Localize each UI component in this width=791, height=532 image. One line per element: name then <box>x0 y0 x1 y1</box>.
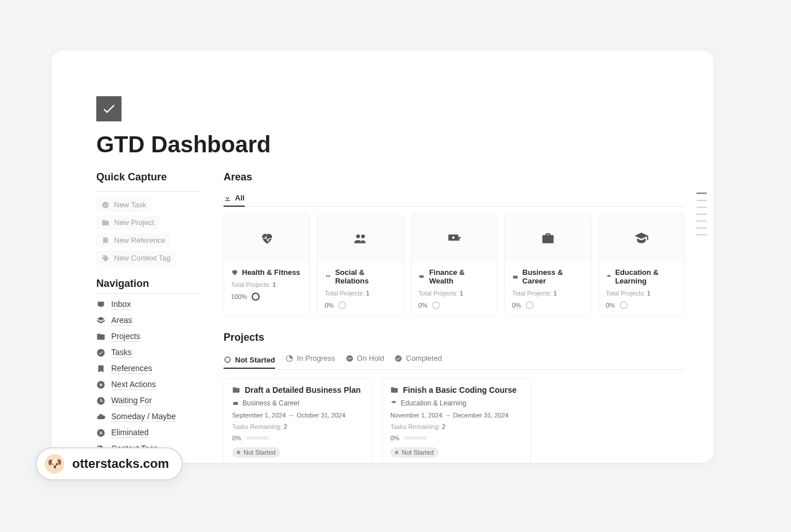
area-hero <box>412 214 497 262</box>
quick-capture-new-project[interactable]: New Project <box>96 215 159 230</box>
area-hero <box>224 214 310 262</box>
progress-bar <box>246 436 269 440</box>
page-title: GTD Dashboard <box>96 132 685 157</box>
nav-projects[interactable]: Projects <box>96 332 201 342</box>
page-minimap[interactable] <box>696 192 707 235</box>
quick-capture-title: Quick Capture <box>96 171 201 187</box>
tab-in-progress[interactable]: In Progress <box>285 352 335 365</box>
project-title: Finish a Basic Coding Course <box>390 385 522 395</box>
area-progress: 0% <box>512 301 584 309</box>
svg-rect-18 <box>233 402 238 405</box>
project-card[interactable]: Draft a Detailed Business Plan Business … <box>224 378 373 463</box>
cloud-icon <box>96 412 105 421</box>
check-circle-icon <box>96 348 105 357</box>
label: Next Actions <box>111 380 156 390</box>
quick-capture-new-context-tag[interactable]: New Context Tag <box>96 251 176 265</box>
label: New Task <box>114 200 146 209</box>
quick-capture-new-task[interactable]: New Task <box>96 198 151 212</box>
area-name: Health & Fitness <box>231 268 303 277</box>
areas-tabs: All <box>224 191 685 207</box>
area-name: Education & Learning <box>606 268 678 285</box>
area-hero <box>318 214 403 262</box>
area-progress: 100% <box>231 293 303 301</box>
briefcase-icon <box>541 231 555 246</box>
svg-point-0 <box>102 202 109 208</box>
progress-ring-icon <box>252 293 260 301</box>
navigation-title: Navigation <box>96 278 201 290</box>
nav-next-actions[interactable]: Next Actions <box>96 380 201 390</box>
project-card[interactable]: Finish a Basic Coding Course Education &… <box>382 378 531 463</box>
sidebar: Quick Capture New Task New Project <box>96 171 201 463</box>
label: New Reference <box>114 236 166 245</box>
x-circle-icon <box>96 428 105 438</box>
nav-someday-maybe[interactable]: Someday / Maybe <box>96 412 201 422</box>
download-icon <box>224 194 232 202</box>
area-hero <box>505 214 590 262</box>
nav-references[interactable]: References <box>96 364 201 374</box>
people-icon <box>324 273 331 281</box>
area-hero <box>599 214 684 262</box>
area-card-business-career[interactable]: Business & Career Total Projects: 1 0% <box>504 214 591 317</box>
project-title: Draft a Detailed Business Plan <box>232 385 364 395</box>
svg-point-5 <box>357 235 361 239</box>
divider <box>96 191 201 192</box>
nav-areas[interactable]: Areas <box>96 316 201 326</box>
nav-eliminated[interactable]: Eliminated <box>96 428 201 438</box>
brand-pill[interactable]: 🐶 otterstacks.com <box>36 447 183 480</box>
area-progress: 0% <box>606 301 678 309</box>
areas-title: Areas <box>224 171 685 187</box>
label: Waiting For <box>111 396 152 406</box>
folder-icon <box>96 332 105 341</box>
quick-capture-new-reference[interactable]: New Reference <box>96 233 171 247</box>
nav-inbox[interactable]: Inbox <box>96 300 201 310</box>
brand-avatar: 🐶 <box>45 454 64 474</box>
tab-completed[interactable]: Completed <box>394 352 442 365</box>
svg-rect-16 <box>348 358 351 358</box>
minus-circle-icon <box>346 354 354 362</box>
stack-icon <box>96 316 105 325</box>
tab-on-hold[interactable]: On Hold <box>346 352 385 365</box>
svg-point-10 <box>452 237 454 239</box>
graduation-cap-icon <box>634 231 649 246</box>
area-total-projects: Total Projects: 1 <box>324 290 396 297</box>
label: New Context Tag <box>114 254 171 262</box>
nav-waiting-for[interactable]: Waiting For <box>96 396 201 406</box>
area-total-projects: Total Projects: 1 <box>606 290 678 297</box>
area-total-projects: Total Projects: 1 <box>231 281 303 288</box>
svg-point-1 <box>97 349 104 356</box>
areas-grid: Health & Fitness Total Projects: 1 100% … <box>224 214 685 317</box>
folder-icon <box>101 219 109 227</box>
label: Inbox <box>111 300 131 310</box>
svg-point-8 <box>328 275 330 277</box>
graduation-cap-icon <box>390 400 397 407</box>
area-card-social-relations[interactable]: Social & Relations Total Projects: 1 0% <box>317 214 404 317</box>
tab-all[interactable]: All <box>224 191 245 207</box>
label: References <box>111 364 152 374</box>
progress-ring-icon <box>526 301 534 309</box>
projects-title: Projects <box>224 332 685 347</box>
area-card-health-fitness[interactable]: Health & Fitness Total Projects: 1 100% <box>224 214 310 317</box>
area-progress: 0% <box>324 301 396 309</box>
project-remaining: Tasks Remaining: 2 <box>232 423 364 430</box>
graduation-cap-icon <box>606 273 612 281</box>
area-card-finance-wealth[interactable]: Finance & Wealth Total Projects: 1 0% <box>411 214 498 317</box>
label: Projects <box>111 332 140 342</box>
briefcase-icon <box>232 400 239 407</box>
app-logo <box>96 96 122 121</box>
folder-icon <box>390 386 398 394</box>
tab-not-started[interactable]: Not Started <box>224 353 275 369</box>
area-card-education-learning[interactable]: Education & Learning Total Projects: 1 0… <box>598 214 685 317</box>
svg-point-13 <box>225 357 230 362</box>
progress-ring-icon <box>432 301 440 309</box>
label: Tasks <box>111 348 132 358</box>
main-content: Areas All Health & Fitness <box>224 171 685 463</box>
clock-icon <box>96 396 105 405</box>
heart-icon <box>260 231 275 246</box>
bookmark-icon <box>96 364 105 373</box>
inbox-icon <box>96 300 105 309</box>
nav-tasks[interactable]: Tasks <box>96 348 201 358</box>
project-progress: 0% <box>390 435 522 442</box>
svg-rect-11 <box>419 275 423 277</box>
label: All <box>235 194 245 202</box>
label: Eliminated <box>111 428 148 438</box>
